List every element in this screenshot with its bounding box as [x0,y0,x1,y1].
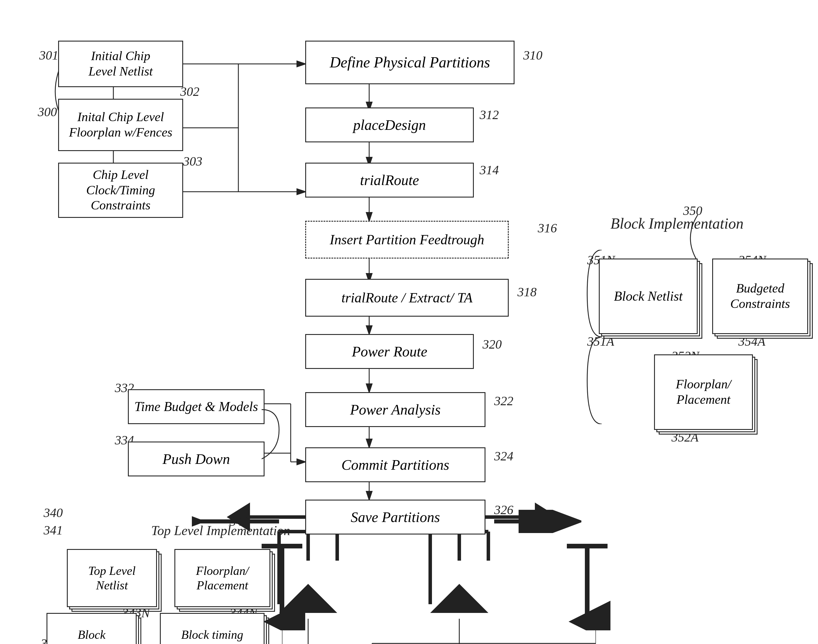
initial-chip-floorplan-box: Inital Chip LevelFloorplan w/Fences [58,99,183,151]
floorplan-block-front: Floorplan/Placement [654,354,753,430]
label-322: 322 [494,394,514,408]
arrow-right-to-block-impl [491,510,581,533]
push-down-box: Push Down [128,442,264,476]
power-route-box: Power Route [305,334,474,369]
define-physical-partitions-box: Define Physical Partitions [305,41,515,84]
label-320: 320 [483,337,502,352]
top-level-netlist-front: Top LevelNetlist [67,549,157,607]
block-implementation-label: Block Implementation [610,215,744,232]
time-budget-box: Time Budget & Models [128,389,264,424]
label-301: 301 [39,48,58,63]
trial-route-extract-box: trialRoute / Extract/ TA [305,279,509,317]
arrow-down-right [564,543,610,630]
brace-right [578,250,605,424]
arrow-merge-to-netlist [282,626,596,644]
label-312: 312 [480,107,499,122]
save-partitions-box: Save Partitions [305,500,486,535]
label-324: 324 [494,449,514,464]
block-lefs-front: BlockLEF(s) [46,613,137,644]
label-340: 340 [44,506,63,520]
chip-clock-timing-box: Chip Level Clock/TimingConstraints [58,163,183,218]
trial-route-box: trialRoute [305,163,474,198]
label-302: 302 [180,84,200,99]
budgeted-constraints-front: BudgetedConstraints [712,259,808,334]
label-318: 318 [517,285,537,299]
block-netlist-front: Block Netlist [599,259,698,334]
label-303: 303 [183,154,202,169]
arrow-down-left [259,543,305,630]
arrow-left-to-top-impl [192,510,282,533]
diagram: 300 301 Initial ChipLevel Netlist 302 In… [0,0,818,644]
brace-left [261,389,297,479]
label-314: 314 [480,163,499,178]
svg-marker-31 [430,584,488,613]
power-analysis-box: Power Analysis [305,392,486,427]
label-341: 341 [44,523,63,538]
floorplan-top-front: Floorplan/Placement [174,549,271,607]
label-310: 310 [523,48,543,63]
label-300: 300 [38,104,57,120]
insert-partition-box: Insert Partition Feedtrough [305,221,509,259]
block-timing-front: Block timingModels [160,613,264,644]
label-316: 316 [538,221,557,236]
initial-chip-netlist-box: Initial ChipLevel Netlist [58,41,183,87]
place-design-box: placeDesign [305,107,474,143]
commit-partitions-box: Commit Partitions [305,447,486,482]
